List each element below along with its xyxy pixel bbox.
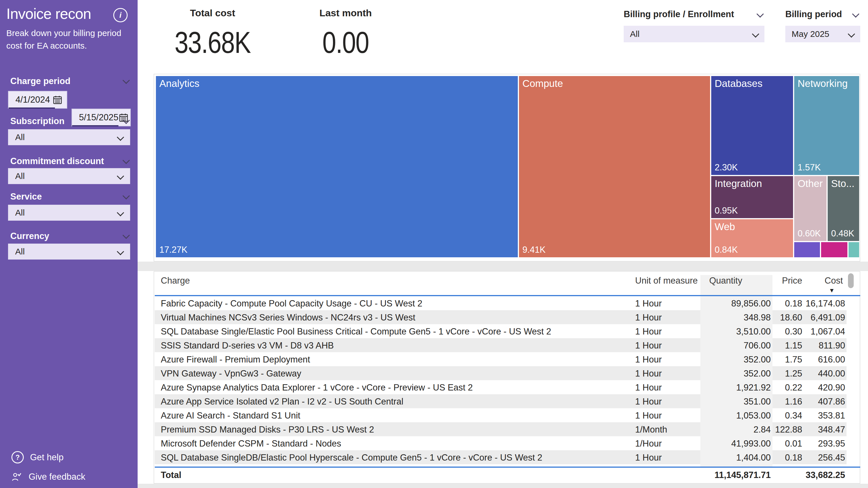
cell-charge: Microsoft Defender CSPM - Standard - Nod…: [161, 438, 341, 449]
info-icon[interactable]: i: [113, 8, 128, 22]
cell-charge: SSIS Standard D-series v3 VM - D8 v3 AHB: [161, 340, 334, 351]
cell-cost: 407.86: [802, 396, 845, 407]
chevron-down-icon[interactable]: [756, 10, 764, 18]
page-description: Break down your billing period cost for …: [6, 27, 132, 52]
column-header-cost[interactable]: Cost: [800, 275, 843, 286]
cell-price: 1.75: [771, 355, 802, 365]
cell-unit: 1 Hour: [635, 313, 662, 323]
treemap-node-databases[interactable]: Databases 2.30K: [711, 76, 793, 175]
column-header-price[interactable]: Price: [771, 275, 802, 286]
subscription-dropdown[interactable]: All: [8, 129, 130, 145]
currency-dropdown[interactable]: All: [8, 243, 130, 260]
table-row[interactable]: Premium SSD Managed Disks - P30 LRS - US…: [155, 422, 846, 436]
treemap-node-analytics[interactable]: Analytics 17.27K: [156, 76, 518, 257]
table-header: Charge Unit of measure Quantity Price Co…: [155, 275, 846, 295]
table-row[interactable]: Azure App Service Isolated v2 Plan - I2 …: [155, 394, 846, 408]
subscription-value: All: [15, 132, 25, 142]
commitment-discount-dropdown[interactable]: All: [8, 168, 130, 184]
header-separator: [155, 295, 860, 296]
start-date-input[interactable]: 4/1/2024: [8, 91, 67, 109]
treemap-node-value: 17.27K: [159, 245, 187, 255]
get-help-link[interactable]: ? Get help: [11, 451, 63, 463]
treemap-node-integration[interactable]: Integration 0.95K: [711, 176, 793, 218]
table-row[interactable]: Virtual Machines NCSv3 Series Windows - …: [155, 310, 846, 324]
treemap-node-label: Sto...: [831, 178, 855, 189]
cell-price: 1.15: [771, 340, 802, 351]
treemap-node-label: Networking: [798, 78, 848, 89]
charges-table: Charge Unit of measure Quantity Price Co…: [154, 271, 860, 484]
cell-quantity: 41,993.00: [695, 438, 771, 449]
cell-price: 18.60: [771, 313, 802, 323]
cell-unit: 1 Hour: [635, 383, 662, 393]
table-scrollbar-thumb[interactable]: [848, 273, 854, 288]
cell-price: 0.18: [771, 298, 802, 309]
cell-unit: 1 Hour: [635, 298, 662, 309]
cell-cost: 16,174.08: [802, 298, 845, 309]
end-date-input[interactable]: 5/15/2025: [71, 109, 131, 126]
invoice-recon-dashboard: Invoice recon i Break down your billing …: [0, 0, 868, 488]
page-background-strip: [137, 484, 868, 488]
currency-value: All: [15, 247, 25, 256]
treemap-node-small-2[interactable]: [821, 242, 847, 257]
service-dropdown[interactable]: All: [8, 205, 130, 221]
chevron-down-icon[interactable]: [122, 76, 130, 84]
cell-quantity: 3,510.00: [695, 326, 771, 337]
cell-price: 1.16: [771, 396, 802, 407]
kpi-total-cost-label: Total cost: [169, 7, 255, 19]
billing-period-dropdown[interactable]: May 2025: [785, 26, 860, 42]
treemap-node-label: Other: [798, 178, 823, 189]
feedback-icon: [11, 471, 22, 483]
billing-profile-label: Billing profile / Enrollment: [624, 9, 734, 20]
treemap-node-small-1[interactable]: [794, 242, 820, 257]
start-date-value: 4/1/2024: [16, 95, 50, 105]
table-row[interactable]: SQL Database Single/Elastic Pool Busines…: [155, 324, 846, 338]
table-row[interactable]: Fabric Capacity - Compute Pool Capacity …: [155, 296, 846, 310]
treemap-node-web[interactable]: Web 0.84K: [711, 219, 793, 257]
sort-descending-icon[interactable]: ▼: [829, 287, 835, 294]
cell-unit: 1 Hour: [635, 411, 662, 421]
cell-price: 0.30: [771, 326, 802, 337]
treemap-node-value: 0.84K: [715, 245, 738, 255]
column-header-unit[interactable]: Unit of measure: [635, 275, 698, 286]
treemap-node-value: 9.41K: [522, 245, 546, 255]
treemap-node-small-3[interactable]: [848, 242, 859, 257]
cell-quantity: 351.00: [695, 396, 771, 407]
cell-cost: 348.47: [802, 425, 845, 435]
cell-quantity: 89,856.00: [695, 298, 771, 309]
give-feedback-link[interactable]: Give feedback: [11, 471, 85, 483]
treemap-node-compute[interactable]: Compute 9.41K: [519, 76, 710, 257]
calendar-icon[interactable]: [52, 95, 63, 105]
table-row[interactable]: Azure AI Search - Standard S1 Unit 1 Hou…: [155, 408, 846, 422]
billing-profile-dropdown[interactable]: All: [624, 26, 765, 42]
cell-unit: 1/Month: [635, 425, 667, 435]
cell-cost: 811.90: [802, 340, 845, 351]
cell-unit: 1/Hour: [635, 438, 662, 449]
table-row[interactable]: SQL Database SingleDB/Elastic Pool Hyper…: [155, 450, 846, 464]
chevron-down-icon[interactable]: [852, 10, 859, 18]
treemap-node-value: 0.48K: [831, 228, 854, 239]
table-row[interactable]: Azure Firewall - Premium Deployment 1 Ho…: [155, 352, 846, 366]
cell-unit: 1 Hour: [635, 368, 662, 379]
chevron-down-icon[interactable]: [122, 232, 130, 239]
cell-charge: Azure Firewall - Premium Deployment: [161, 355, 310, 365]
cell-price: 1.25: [771, 368, 802, 379]
chevron-down-icon: [117, 172, 124, 180]
cell-cost: 440.00: [802, 368, 845, 379]
table-row[interactable]: Microsoft Defender CSPM - Standard - Nod…: [155, 436, 846, 450]
charge-period-label: Charge period: [10, 76, 70, 86]
cell-quantity: 352.00: [695, 368, 771, 379]
treemap-node-networking[interactable]: Networking 1.57K: [794, 76, 859, 175]
table-row[interactable]: VPN Gateway - VpnGw3 - Gateway 1 Hour 35…: [155, 366, 846, 380]
column-header-charge[interactable]: Charge: [161, 275, 190, 286]
chevron-down-icon: [117, 209, 124, 216]
chevron-down-icon[interactable]: [122, 192, 130, 199]
give-feedback-label: Give feedback: [29, 472, 85, 482]
cell-price: 0.18: [771, 453, 802, 463]
chevron-down-icon[interactable]: [122, 157, 130, 164]
treemap-node-other[interactable]: Other 0.60K: [794, 176, 827, 241]
currency-label: Currency: [10, 231, 49, 241]
table-row[interactable]: SSIS Standard D-series v3 VM - D8 v3 AHB…: [155, 338, 846, 352]
column-header-quantity[interactable]: Quantity: [709, 275, 742, 286]
table-row[interactable]: Azure Synapse Analytics Data Explorer - …: [155, 380, 846, 394]
treemap-node-storage[interactable]: Sto... 0.48K: [828, 176, 859, 241]
